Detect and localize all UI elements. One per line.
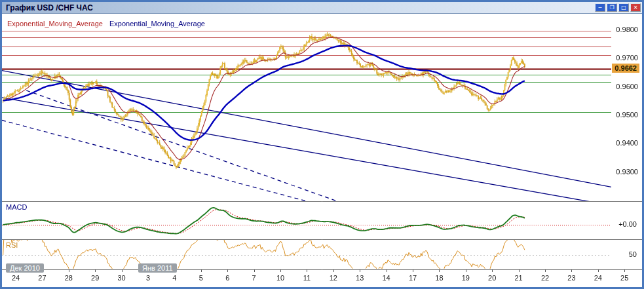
maximize-button[interactable]: □	[618, 3, 629, 12]
time-axis-label: 6	[218, 274, 237, 282]
time-axis-label: 30	[112, 274, 132, 282]
time-axis-label: 14	[377, 274, 396, 282]
price-axis-label: 0.9300	[616, 168, 638, 176]
time-axis-label: 11	[297, 274, 316, 282]
time-axis-label: 29	[85, 274, 105, 282]
time-axis-label: 13	[350, 274, 369, 282]
time-axis-label: 10	[271, 274, 290, 282]
price-axis-label: 0.9600	[616, 83, 638, 90]
chart-area: Exponential_Moving_Average Exponential_M…	[2, 14, 642, 287]
time-axis-label: 17	[403, 274, 423, 282]
time-axis-label: 28	[59, 274, 79, 282]
minimize-button[interactable]: ─	[595, 3, 605, 12]
time-axis-label: 24	[6, 274, 26, 282]
time-axis-label: 27	[32, 274, 52, 282]
time-axis-label: 25	[615, 274, 634, 282]
time-axis-label: 23	[561, 274, 581, 282]
time-axis-label: 20	[482, 274, 502, 282]
price-axis-label: 0.9500	[616, 111, 638, 119]
month-label: Дек 2010	[6, 263, 44, 273]
close-button[interactable]: ✕	[630, 3, 641, 12]
time-axis-label: 21	[509, 274, 529, 282]
time-axis-label: 4	[164, 274, 184, 282]
time-axis-label: 19	[456, 274, 476, 282]
current-price-badge: 0.9662	[612, 64, 639, 73]
chart-window: График USD /CHF ЧАС ─ ❐ □ ✕ Exponential_…	[0, 0, 644, 289]
month-label: Янв 2011	[138, 263, 177, 273]
price-axis-label: 0.9800	[616, 26, 638, 33]
time-axis-label: 18	[429, 274, 449, 282]
time-axis-label: 3	[138, 274, 158, 282]
time-axis-label: 7	[244, 274, 264, 282]
window-title: График USD /CHF ЧАС	[6, 3, 595, 12]
restore-button[interactable]: ❐	[607, 3, 617, 12]
time-axis-label: 22	[535, 274, 555, 282]
time-axis-label: 5	[191, 274, 211, 282]
titlebar[interactable]: График USD /CHF ЧАС ─ ❐ □ ✕	[2, 2, 642, 14]
price-axis-label: 0.9400	[616, 139, 638, 147]
time-axis-label: 24	[588, 274, 608, 282]
time-axis-label: 12	[324, 274, 343, 282]
window-buttons: ─ ❐ □ ✕	[595, 3, 641, 12]
chart-canvas[interactable]	[2, 14, 642, 287]
price-axis-label: 0.9700	[616, 54, 638, 62]
